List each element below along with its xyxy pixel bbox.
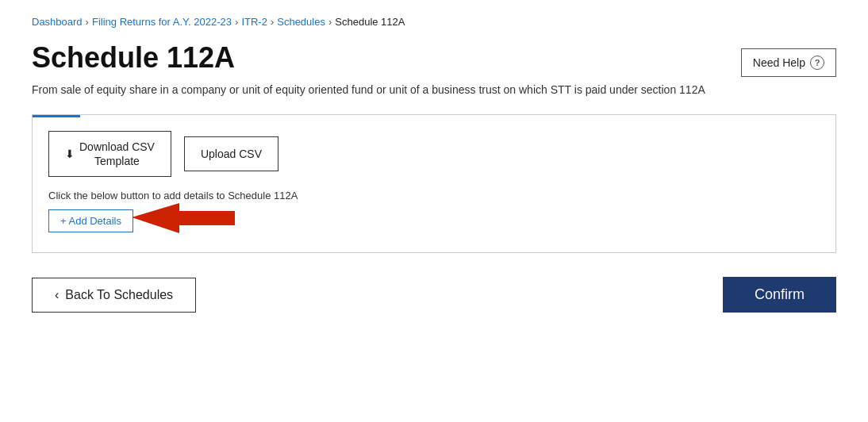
content-box: ⬇ Download CSV Template Upload CSV Click… xyxy=(32,114,836,253)
breadcrumb-filing[interactable]: Filing Returns for A.Y. 2022-23 xyxy=(92,16,232,28)
arrow-annotation xyxy=(132,201,235,245)
breadcrumb-current: Schedule 112A xyxy=(335,16,405,28)
back-icon: ‹ xyxy=(55,288,59,302)
breadcrumb-itr2[interactable]: ITR-2 xyxy=(241,16,267,28)
add-details-button[interactable]: + Add Details xyxy=(48,209,133,232)
help-circle-icon: ? xyxy=(810,56,824,70)
breadcrumb: Dashboard › Filing Returns for A.Y. 2022… xyxy=(32,16,836,28)
add-details-container: + Add Details xyxy=(48,209,133,232)
breadcrumb-sep-1: › xyxy=(86,16,89,28)
download-csv-button[interactable]: ⬇ Download CSV Template xyxy=(48,131,171,177)
upload-csv-button[interactable]: Upload CSV xyxy=(184,136,278,171)
back-label: Back To Schedules xyxy=(65,288,173,302)
confirm-button[interactable]: Confirm xyxy=(723,277,836,313)
breadcrumb-sep-4: › xyxy=(328,16,332,28)
csv-buttons-row: ⬇ Download CSV Template Upload CSV xyxy=(48,131,820,177)
page-subtitle: From sale of equity share in a company o… xyxy=(32,82,746,98)
blue-accent-line xyxy=(33,115,80,117)
need-help-button[interactable]: Need Help ? xyxy=(741,48,836,77)
download-csv-label: Download CSV Template xyxy=(79,140,155,168)
back-to-schedules-button[interactable]: ‹ Back To Schedules xyxy=(32,278,196,313)
svg-marker-0 xyxy=(132,203,235,233)
page-title: Schedule 112A xyxy=(32,42,235,74)
need-help-label: Need Help xyxy=(753,56,805,69)
breadcrumb-sep-2: › xyxy=(235,16,238,28)
content-box-inner: ⬇ Download CSV Template Upload CSV Click… xyxy=(48,131,820,232)
header-row: Schedule 112A Need Help ? xyxy=(32,42,836,77)
breadcrumb-schedules[interactable]: Schedules xyxy=(277,16,325,28)
download-icon: ⬇ xyxy=(65,147,75,161)
footer-row: ‹ Back To Schedules Confirm xyxy=(32,277,836,313)
instruction-text: Click the below button to add details to… xyxy=(48,190,820,201)
breadcrumb-sep-3: › xyxy=(271,16,274,28)
breadcrumb-dashboard[interactable]: Dashboard xyxy=(32,16,83,28)
